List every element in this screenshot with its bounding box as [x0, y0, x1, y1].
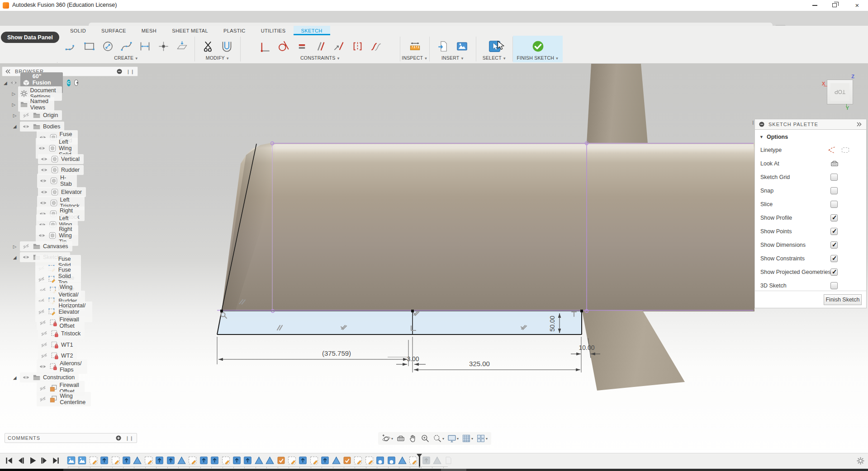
sketch-palette-header[interactable]: SKETCH PALETTE [754, 119, 867, 130]
timeline-feature-sketch[interactable] [89, 456, 98, 465]
tree-row[interactable]: WT1 [30, 339, 77, 350]
activate-component-radio[interactable] [74, 80, 78, 86]
line-icon[interactable] [62, 39, 79, 53]
ribbon-group-label[interactable]: MODIFY ▼ [195, 55, 240, 61]
tree-row[interactable]: Left Wing Solid [30, 143, 78, 154]
tree-row[interactable]: Vertical [30, 154, 84, 165]
tree-row[interactable]: Tristock [30, 328, 85, 339]
tree-row-body[interactable]: Wing Centerline [37, 392, 91, 406]
parallel-icon[interactable] [312, 39, 328, 53]
restore-button[interactable] [826, 0, 843, 10]
timeline-step-forward-button[interactable] [40, 456, 49, 465]
timeline-feature-fillet[interactable] [376, 456, 384, 465]
timeline-feature-fillet[interactable] [387, 456, 396, 465]
checkbox-unchecked[interactable] [830, 201, 838, 208]
tree-row-body[interactable]: Canvases [20, 241, 72, 251]
ribbon-tab-sketch[interactable]: SKETCH [294, 26, 330, 35]
checkbox-unchecked[interactable] [830, 282, 838, 289]
grid-settings-tool[interactable]: ▾ [462, 434, 473, 443]
offset-icon[interactable] [219, 39, 235, 53]
timeline-feature-canvas[interactable] [67, 456, 76, 465]
timeline-feature-mirror[interactable] [177, 456, 186, 465]
visibility-eye-off-icon[interactable] [22, 243, 30, 250]
visibility-eye-icon[interactable] [22, 374, 30, 381]
timeline-step-back-button[interactable] [16, 456, 25, 465]
visibility-eye-icon[interactable] [38, 145, 46, 152]
zoom-window-tool[interactable]: ▾ [433, 434, 444, 443]
look-at-icon[interactable] [830, 159, 839, 168]
ribbon-group-label[interactable]: INSPECT ▼ [400, 55, 429, 61]
timeline-feature-mirror[interactable] [266, 456, 274, 465]
tree-expanded-icon[interactable]: ◢ [12, 255, 18, 260]
collapse-left-icon[interactable] [5, 68, 11, 75]
panel-drag-grip[interactable]: ❙❙ [126, 69, 135, 74]
ribbon-tab-mesh[interactable]: MESH [134, 26, 164, 35]
add-comment-icon[interactable] [115, 435, 122, 441]
timeline-feature-extrude[interactable] [100, 456, 109, 465]
rect-icon[interactable] [81, 39, 97, 53]
timeline-feature-sketch[interactable] [365, 456, 374, 465]
centerline-linetype-icon[interactable] [841, 146, 850, 155]
tangent-icon[interactable] [275, 39, 291, 53]
dimension-3[interactable]: 3.00 [407, 355, 419, 363]
display-settings-tool[interactable]: ▾ [447, 434, 459, 443]
ribbon-group-label[interactable]: CREATE ▼ [58, 55, 194, 61]
tree-collapsed-icon[interactable]: ▷ [12, 113, 18, 118]
ribbon-tab-solid[interactable]: SOLID [62, 26, 94, 35]
timeline-skip-start-button[interactable] [5, 456, 14, 465]
tree-row[interactable]: ▷Origin [12, 110, 62, 121]
visibility-eye-icon[interactable] [39, 199, 47, 207]
show-data-panel-button[interactable]: Show Data Panel [1, 32, 59, 43]
visibility-eye-icon[interactable] [40, 188, 48, 196]
timeline-feature-mirror[interactable] [255, 456, 263, 465]
mid-icon[interactable] [331, 39, 347, 53]
timeline-feature-sketch[interactable] [188, 456, 197, 465]
timeline-playhead[interactable] [419, 454, 420, 467]
visibility-eye-off-icon[interactable] [40, 330, 48, 337]
ribbon-group-label[interactable]: SELECT ▼ [476, 55, 512, 61]
checkbox-checked[interactable] [830, 228, 838, 235]
orbit-tool[interactable]: ▾ [382, 434, 393, 443]
timeline-feature-mirror[interactable] [133, 456, 142, 465]
tree-row[interactable]: Firewall Offset [30, 317, 85, 328]
view-cube[interactable]: TOP X Z Y [827, 80, 853, 104]
timeline-feature-sketch[interactable] [288, 456, 296, 465]
model-fuselage[interactable] [216, 143, 754, 311]
visibility-eye-off-icon[interactable] [40, 341, 48, 349]
insert-img-icon[interactable] [454, 39, 470, 53]
ribbon-tab-plastic[interactable]: PLASTIC [216, 26, 253, 35]
perp-icon[interactable] [256, 39, 273, 53]
look-at-tool[interactable] [396, 434, 405, 443]
timeline-feature-doc-rolled[interactable] [444, 456, 453, 465]
dimension-375[interactable]: (375.759) [322, 349, 351, 357]
point-icon[interactable] [155, 39, 171, 53]
checkbox-checked[interactable] [830, 255, 838, 262]
tree-expanded-icon[interactable]: ◢ [12, 124, 18, 129]
tree-expanded-icon[interactable]: ◢ [4, 80, 7, 85]
spline-icon[interactable] [118, 39, 134, 53]
options-section-header[interactable]: ▼ Options [755, 132, 866, 142]
cloud-sync-badge[interactable]: C [67, 80, 71, 86]
pan-tool[interactable] [408, 434, 417, 443]
project-icon[interactable] [174, 39, 190, 53]
construction-linetype-icon[interactable] [827, 146, 836, 155]
visibility-eye-off-icon[interactable] [38, 385, 47, 392]
remove-panel-icon[interactable] [116, 68, 123, 75]
timeline-feature-extrude[interactable] [321, 456, 329, 465]
tree-collapsed-icon[interactable]: ▷ [12, 244, 18, 249]
visibility-eye-off-icon[interactable] [40, 352, 48, 359]
tree-collapsed-icon[interactable]: ▷ [12, 91, 16, 96]
checkbox-unchecked[interactable] [830, 174, 838, 181]
dimension-50[interactable]: 50.00 [549, 316, 556, 331]
checkbox-checked[interactable] [830, 268, 838, 276]
visibility-eye-icon[interactable] [22, 123, 30, 130]
visibility-eye-off-icon[interactable] [22, 112, 30, 119]
timeline-feature-form[interactable] [343, 456, 351, 465]
tree-row-body[interactable]: Vertical [38, 154, 84, 164]
visibility-eye-icon[interactable] [9, 79, 18, 86]
timeline-feature-extrude[interactable] [299, 456, 307, 465]
timeline-feature-sketch[interactable] [222, 456, 230, 465]
finish-icon[interactable] [530, 39, 546, 53]
ribbon-group-label[interactable]: FINISH SKETCH ▼ [513, 55, 563, 61]
circle-icon[interactable] [100, 39, 116, 53]
